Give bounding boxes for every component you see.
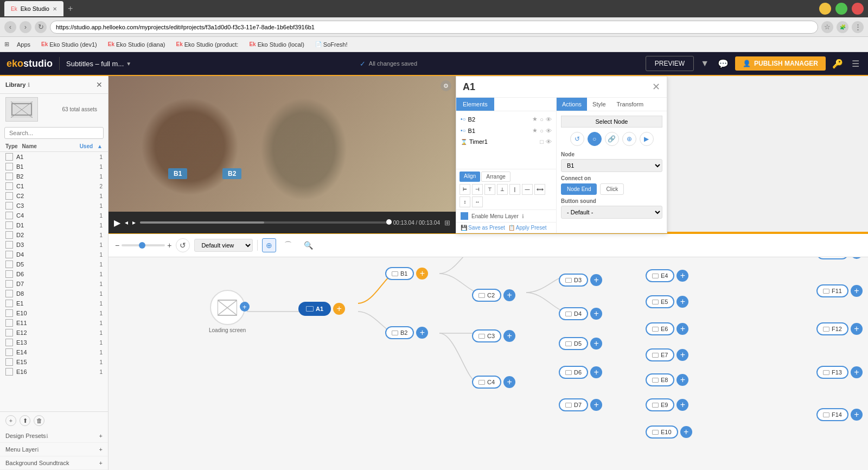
- align-left-button[interactable]: ⊢: [459, 184, 470, 195]
- delete-asset-button[interactable]: 🗑: [34, 415, 44, 426]
- loading-screen-node[interactable]: + Loading screen: [209, 290, 246, 333]
- list-item-E11[interactable]: E11 1: [0, 318, 108, 328]
- checkbox-C2[interactable]: [5, 192, 13, 200]
- list-item-D1[interactable]: D1 1: [0, 220, 108, 230]
- tab-elements[interactable]: Elements: [456, 98, 494, 111]
- node-D6[interactable]: D6 +: [559, 366, 602, 379]
- refresh-button[interactable]: ↻: [35, 21, 47, 33]
- node-D3[interactable]: D3 +: [559, 274, 602, 287]
- play-button[interactable]: ▶: [114, 218, 120, 228]
- node-circle-b1[interactable]: ○: [540, 128, 544, 134]
- zoom-in-button[interactable]: +: [167, 241, 171, 250]
- checkbox-C4[interactable]: [5, 212, 13, 219]
- node-end-button[interactable]: Node End: [561, 183, 597, 195]
- node-F13-add-button[interactable]: +: [851, 366, 863, 378]
- align-top-button[interactable]: ⊥: [497, 184, 508, 195]
- checkbox-D4[interactable]: [5, 251, 13, 258]
- action-icon-refresh[interactable]: ↺: [570, 132, 584, 146]
- maximize-button[interactable]: □: [835, 3, 847, 15]
- list-item-E13[interactable]: E13 1: [0, 338, 108, 347]
- bookmark-diana[interactable]: Ek Eko Studio (diana): [105, 40, 169, 49]
- node-eye-b2[interactable]: 👁: [546, 116, 552, 123]
- node-E4[interactable]: E4 +: [646, 269, 688, 282]
- reset-view-button[interactable]: ↺: [176, 238, 190, 252]
- node-C4-add-button[interactable]: +: [503, 376, 515, 388]
- checkbox-E11[interactable]: [5, 319, 13, 327]
- view-select[interactable]: Default view Compact view Full view: [194, 239, 253, 252]
- list-item-D3[interactable]: D3 1: [0, 240, 108, 250]
- node-E5[interactable]: E5 +: [646, 295, 688, 308]
- node-E8-add-button[interactable]: +: [676, 374, 688, 386]
- menu-layer-section[interactable]: Menu Layer ℹ +: [0, 443, 108, 456]
- node-star-b2[interactable]: ★: [532, 116, 538, 123]
- node-E6-add-button[interactable]: +: [676, 323, 688, 335]
- button-sound-select[interactable]: - Default -: [561, 206, 662, 219]
- align-center-h-button[interactable]: ⊣: [472, 184, 483, 195]
- search-canvas-button[interactable]: 🔍: [300, 238, 317, 252]
- node-E4-add-button[interactable]: +: [676, 270, 688, 282]
- checkbox-D3[interactable]: [5, 241, 13, 249]
- node-E6[interactable]: E6 +: [646, 322, 688, 335]
- list-item-E12[interactable]: E12 1: [0, 328, 108, 338]
- url-bar[interactable]: [50, 21, 818, 34]
- node-D4[interactable]: D4 +: [559, 307, 602, 320]
- prev-frame-button[interactable]: ◂: [125, 219, 128, 226]
- bookmark-local[interactable]: Ek Eko Studio (local): [246, 40, 307, 49]
- node-E5-add-button[interactable]: +: [676, 296, 688, 308]
- node-B2-add-button[interactable]: +: [416, 327, 428, 339]
- key-button[interactable]: 🔑: [830, 56, 845, 71]
- checkbox-C3[interactable]: [5, 202, 13, 209]
- tab-arrange[interactable]: Arrange: [481, 172, 510, 182]
- zoom-slider[interactable]: [122, 244, 165, 246]
- list-item-D8[interactable]: D8 1: [0, 289, 108, 298]
- add-soundtrack-icon[interactable]: +: [99, 460, 103, 466]
- node-B2[interactable]: B2 +: [385, 326, 428, 339]
- new-tab-button[interactable]: +: [68, 4, 73, 14]
- node-D6-add-button[interactable]: +: [590, 366, 602, 378]
- node-D7[interactable]: D7 +: [559, 398, 602, 411]
- node-F12[interactable]: F12 +: [816, 322, 863, 335]
- video-b2-label[interactable]: B2: [222, 168, 241, 179]
- checkbox-D7[interactable]: [5, 280, 13, 288]
- close-window-button[interactable]: ✕: [852, 3, 864, 15]
- node-canvas[interactable]: + Loading screen A1 +: [108, 257, 868, 470]
- list-item-E1[interactable]: E1 1: [0, 298, 108, 308]
- project-name[interactable]: Subtitles – full m... ▼: [66, 60, 131, 68]
- checkbox-B2[interactable]: [5, 173, 13, 180]
- list-item-E14[interactable]: E14 1: [0, 347, 108, 357]
- tab-actions[interactable]: Actions: [557, 98, 587, 111]
- list-item-E15[interactable]: E15 1: [0, 357, 108, 367]
- node-D3-add-button[interactable]: +: [590, 274, 602, 286]
- node-F10-add-button[interactable]: +: [851, 257, 863, 259]
- checkbox-D1[interactable]: [5, 221, 13, 229]
- node-D5[interactable]: D5 +: [559, 337, 602, 350]
- bookmark-sofresh[interactable]: 📄 SoFresh!: [312, 40, 351, 49]
- node-circle-b2[interactable]: ○: [540, 116, 544, 123]
- save-preset-button[interactable]: 💾 Save as Preset: [461, 225, 505, 231]
- node-D5-add-button[interactable]: +: [590, 338, 602, 350]
- align-right-button[interactable]: ⊤: [484, 184, 495, 195]
- list-item-B2[interactable]: B2 1: [0, 172, 108, 181]
- node-F12-add-button[interactable]: +: [851, 323, 863, 335]
- add-menu-layer-icon[interactable]: +: [99, 446, 103, 453]
- back-button[interactable]: ‹: [4, 21, 16, 33]
- action-icon-share[interactable]: ⊕: [622, 132, 636, 146]
- node-F13[interactable]: F13 +: [816, 366, 863, 379]
- settings-button[interactable]: ⋮: [852, 21, 864, 33]
- loading-add-button[interactable]: +: [240, 302, 250, 312]
- node-F11-add-button[interactable]: +: [851, 285, 863, 297]
- checkbox-A1[interactable]: [5, 153, 13, 161]
- checkbox-D2[interactable]: [5, 231, 13, 239]
- background-soundtrack-section[interactable]: Background Soundtrack +: [0, 456, 108, 470]
- checkbox-D5[interactable]: [5, 261, 13, 268]
- node-F10[interactable]: F10 +: [816, 257, 863, 259]
- checkbox-E13[interactable]: [5, 339, 13, 346]
- library-close-button[interactable]: ✕: [96, 80, 103, 89]
- search-input[interactable]: [4, 127, 104, 139]
- forward-button[interactable]: ›: [20, 21, 31, 33]
- apply-preset-button[interactable]: 📋 Apply Preset: [508, 225, 547, 231]
- list-item-C4[interactable]: C4 1: [0, 211, 108, 220]
- list-item-D4[interactable]: D4 1: [0, 250, 108, 259]
- action-icon-link[interactable]: 🔗: [605, 132, 619, 146]
- node-E7[interactable]: E7 +: [646, 348, 688, 361]
